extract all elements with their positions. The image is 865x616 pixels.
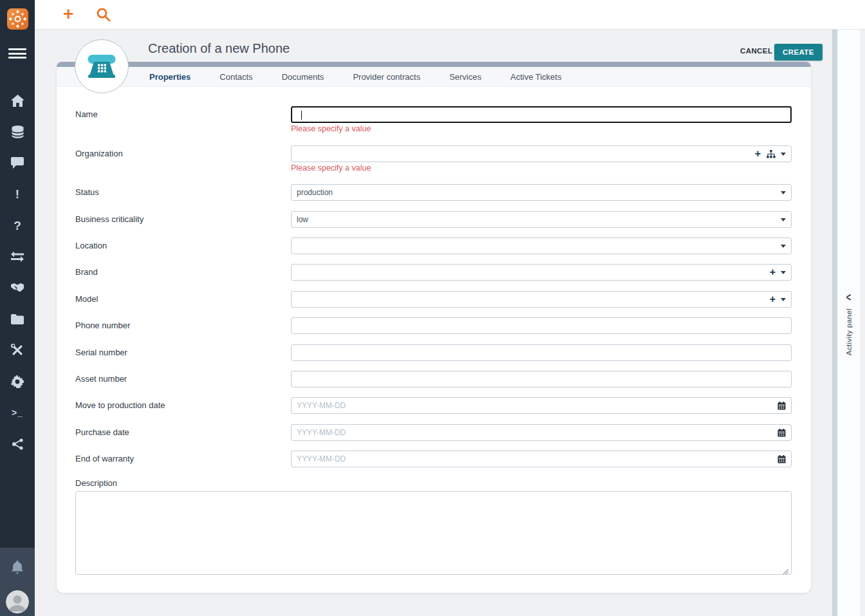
itop-logo-icon[interactable]	[7, 8, 28, 30]
chevron-left-icon[interactable]: <	[846, 290, 851, 304]
purchase-date-input[interactable]	[297, 428, 777, 437]
caret-down-icon	[781, 191, 786, 194]
tab-properties[interactable]: Properties	[149, 72, 191, 82]
brand-select[interactable]: +	[291, 264, 792, 281]
selected-value: low	[297, 215, 776, 224]
folder-icon	[11, 314, 24, 324]
name-input[interactable]	[291, 106, 792, 123]
field-row-status: Status production	[75, 184, 792, 201]
phone-icon	[86, 53, 118, 80]
model-select[interactable]: +	[291, 291, 792, 308]
notifications-bell-icon[interactable]	[9, 559, 26, 579]
field-label: Business criticality	[75, 211, 144, 228]
caret-down-icon	[781, 245, 786, 248]
tab-provider-contracts[interactable]: Provider contracts	[353, 72, 420, 82]
add-model-icon[interactable]: +	[770, 294, 776, 304]
status-select[interactable]: production	[291, 184, 792, 201]
field-label: Name	[75, 106, 98, 123]
description-textarea[interactable]	[75, 491, 792, 575]
field-label: Purchase date	[75, 424, 129, 441]
user-avatar[interactable]	[6, 590, 29, 613]
location-select[interactable]	[291, 238, 792, 254]
field-row-move-to-production-date: Move to production date	[75, 397, 792, 414]
field-row-serial-number: Serial number	[75, 344, 792, 361]
caret-down-icon	[781, 218, 786, 221]
caret-down-icon[interactable]	[781, 153, 786, 156]
field-label-description: Description	[75, 478, 117, 488]
tools-icon	[11, 344, 24, 357]
exclamation-icon: !	[15, 188, 19, 200]
create-button[interactable]: CREATE	[774, 44, 823, 61]
validation-message: Please specify a value	[291, 124, 371, 133]
menu-toggle-icon[interactable]	[8, 48, 26, 59]
tab-documents[interactable]: Documents	[282, 72, 324, 82]
page-title: Creation of a new Phone	[148, 41, 290, 56]
transfer-arrows-icon	[11, 252, 24, 262]
field-row-asset-number: Asset number	[75, 371, 792, 387]
activity-panel-collapsed: < Activity panel	[837, 30, 860, 616]
sidebar-item-tools[interactable]	[0, 335, 35, 366]
tab-services[interactable]: Services	[449, 72, 481, 82]
sidebar: ! ?	[0, 0, 35, 616]
field-label: Location	[75, 238, 107, 254]
add-brand-icon[interactable]: +	[770, 267, 776, 277]
field-row-model: Model +	[75, 291, 792, 308]
end-of-warranty-date-input[interactable]	[297, 454, 777, 463]
validation-message: Please specify a value	[291, 163, 371, 173]
text-cursor	[301, 111, 302, 120]
field-label: End of warranty	[75, 451, 134, 467]
sidebar-item-home[interactable]	[0, 85, 35, 117]
content-scrollbar[interactable]	[832, 30, 837, 616]
field-row-phone-number: Phone number	[75, 317, 792, 334]
sidebar-item-transfer[interactable]	[0, 241, 35, 273]
object-type-badge	[75, 39, 129, 93]
field-label: Status	[75, 184, 99, 201]
tab-contacts[interactable]: Contacts	[219, 72, 252, 82]
calendar-icon[interactable]	[777, 402, 786, 410]
calendar-icon[interactable]	[777, 455, 786, 463]
field-row-brand: Brand +	[75, 264, 792, 281]
asset-number-input[interactable]	[291, 371, 792, 387]
sidebar-item-handshake[interactable]	[0, 272, 35, 304]
sidebar-item-terminal[interactable]: >_	[0, 397, 35, 429]
sidebar-item-data[interactable]	[0, 117, 35, 148]
cancel-button[interactable]: CANCEL	[736, 46, 776, 55]
tab-active-tickets[interactable]: Active Tickets	[510, 72, 561, 82]
share-icon	[12, 438, 24, 450]
handshake-icon	[10, 283, 24, 293]
hierarchy-icon[interactable]	[767, 150, 776, 158]
sidebar-item-help[interactable]: ?	[0, 210, 35, 241]
calendar-icon[interactable]	[777, 429, 786, 437]
gear-icon	[11, 375, 24, 388]
selected-value: production	[297, 188, 776, 197]
tab-bar: Properties Contacts Documents Provider c…	[57, 67, 811, 87]
business-criticality-select[interactable]: low	[291, 211, 792, 228]
add-organization-icon[interactable]: +	[755, 149, 761, 159]
field-label: Organization	[75, 145, 123, 162]
field-row-organization: Organization +	[75, 145, 792, 162]
field-label: Serial number	[75, 344, 127, 361]
sidebar-item-chat[interactable]	[0, 147, 35, 179]
new-object-plus-icon[interactable]: +	[63, 3, 73, 26]
sidebar-item-settings[interactable]	[0, 366, 35, 398]
terminal-icon: >_	[12, 408, 23, 417]
topbar: +	[35, 0, 865, 30]
field-label: Asset number	[75, 371, 127, 387]
phone-number-input[interactable]	[291, 317, 792, 334]
organization-select[interactable]: +	[291, 145, 792, 162]
field-label: Move to production date	[75, 397, 165, 414]
sidebar-nav: ! ?	[0, 85, 35, 460]
global-search-icon[interactable]	[96, 7, 111, 25]
header-accent-bar	[57, 62, 811, 67]
field-label: Model	[75, 291, 98, 308]
sidebar-item-documents[interactable]	[0, 304, 35, 335]
sidebar-footer	[0, 548, 35, 616]
sidebar-item-share[interactable]	[0, 429, 35, 460]
serial-number-input[interactable]	[291, 344, 792, 361]
caret-down-icon	[781, 298, 786, 301]
activity-panel-label[interactable]: Activity panel	[845, 308, 853, 355]
field-row-location: Location	[75, 238, 792, 254]
move-to-production-date-input[interactable]	[297, 401, 777, 410]
field-row-end-of-warranty: End of warranty	[75, 451, 792, 467]
sidebar-item-alerts[interactable]: !	[0, 179, 35, 210]
